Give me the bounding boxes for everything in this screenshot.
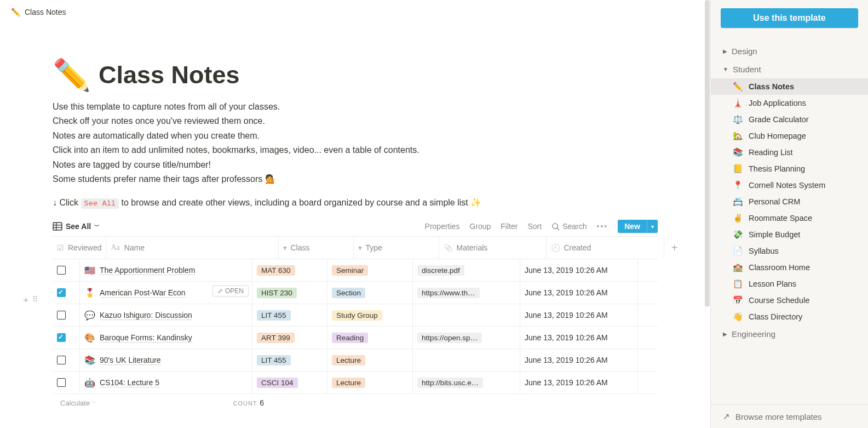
table-row[interactable]: 📚90's UK LiteratureLIT 455LectureJune 13… (53, 349, 658, 372)
reviewed-checkbox[interactable] (57, 288, 66, 297)
header-class[interactable]: ▾ Class (279, 237, 354, 259)
class-tag[interactable]: MAT 630 (257, 265, 295, 276)
table-row[interactable]: 🎖️American Post-War Econ⤢OPENHIST 230Sec… (53, 282, 658, 304)
sidebar-item-label: Cornell Notes System (749, 181, 825, 190)
add-column-button[interactable]: + (664, 242, 684, 254)
sidebar-item-label: Classroom Home (749, 263, 810, 272)
sidebar-item[interactable]: ✏️Class Notes (711, 78, 868, 95)
drag-handle-icon[interactable]: ⠿ (32, 295, 38, 306)
see-all-prefix: ↓ Click (53, 198, 81, 207)
sidebar-category[interactable]: ▶Engineering (711, 325, 868, 343)
row-handles[interactable]: + ⠿ (23, 295, 38, 306)
row-name[interactable]: Kazuo Ishiguro: Discussion (100, 311, 192, 320)
reviewed-checkbox[interactable] (57, 311, 66, 319)
class-tag[interactable]: ART 399 (257, 333, 295, 343)
sidebar-item-label: Personal CRM (749, 197, 800, 206)
open-page-button[interactable]: ⤢OPEN (212, 286, 249, 296)
sidebar-item[interactable]: 📇Personal CRM (711, 193, 868, 210)
arrow-icon: ↗ (723, 412, 730, 421)
search-button[interactable]: Search (551, 222, 587, 231)
class-tag[interactable]: CSCI 104 (257, 378, 298, 388)
header-reviewed[interactable]: ☑ Reviewed (53, 237, 106, 259)
count-label: COUNT 6 (119, 398, 292, 407)
type-tag[interactable]: Lecture (332, 378, 365, 388)
class-tag[interactable]: LIT 455 (257, 355, 291, 366)
breadcrumb-icon: ✏️ (11, 8, 20, 16)
sidebar-item[interactable]: 🏫Classroom Home (711, 259, 868, 276)
header-type[interactable]: ▾ Type (354, 237, 439, 259)
scroll-thumb[interactable] (705, 0, 710, 307)
sidebar-category[interactable]: ▶Design (711, 42, 868, 60)
sidebar-item[interactable]: ⚖️Grade Calculator (711, 111, 868, 128)
material-pill[interactable]: https://open.sp… (417, 333, 482, 343)
type-tag[interactable]: Study Group (332, 310, 382, 321)
row-name[interactable]: The Apportionment Problem (100, 266, 195, 275)
sidebar-item[interactable]: 📒Thesis Planning (711, 161, 868, 177)
more-button[interactable]: ••• (596, 222, 608, 231)
description-line: Notes are automatically dated when you c… (53, 129, 658, 143)
add-row-icon[interactable]: + (23, 295, 29, 306)
material-pill[interactable]: http://bits.usc.e… (417, 378, 483, 388)
chevron-down-icon: ﹀ (94, 222, 100, 230)
page-icon[interactable]: ✏️ (53, 57, 91, 93)
sidebar-item[interactable]: 👋Class Directory (711, 309, 868, 325)
row-name[interactable]: American Post-War Econ (100, 288, 186, 298)
reviewed-checkbox[interactable] (57, 266, 66, 275)
header-materials[interactable]: 📎 Materials (439, 237, 547, 259)
type-tag[interactable]: Lecture (332, 355, 365, 366)
table-header: ☑ Reviewed Aa Name ▾ Class ▾ Type 📎 M (53, 237, 658, 259)
type-tag[interactable]: Section (332, 288, 365, 298)
triangle-right-icon: ▶ (723, 331, 727, 337)
table-row[interactable]: 💬Kazuo Ishiguro: DiscussionLIT 455Study … (53, 304, 658, 327)
breadcrumb[interactable]: ✏️ Class Notes (0, 0, 710, 24)
material-pill[interactable]: discrete.pdf (417, 265, 464, 276)
description-line: Use this template to capture notes from … (53, 100, 658, 114)
see-all-suffix: to browse and create other views, includ… (122, 198, 482, 207)
sidebar-item-icon: 📚 (733, 147, 743, 157)
group-button[interactable]: Group (469, 222, 491, 231)
type-tag[interactable]: Seminar (332, 265, 368, 276)
sidebar-item[interactable]: ✌️Roommate Space (711, 210, 868, 226)
reviewed-checkbox[interactable] (57, 356, 66, 364)
sidebar-item[interactable]: 💸Simple Budget (711, 226, 868, 243)
calculate-button[interactable]: Calculate ﹀ (53, 399, 119, 407)
reviewed-checkbox[interactable] (57, 378, 66, 387)
triangle-right-icon: ▶ (723, 48, 727, 54)
new-button[interactable]: New ▾ (618, 220, 658, 233)
filter-button[interactable]: Filter (501, 222, 518, 231)
sidebar-item[interactable]: 📍Cornell Notes System (711, 177, 868, 193)
material-pill[interactable]: https://www.th… (417, 288, 480, 298)
type-tag[interactable]: Reading (332, 333, 368, 343)
view-picker[interactable]: See All ﹀ (53, 221, 100, 231)
table-row[interactable]: 🇺🇸The Apportionment ProblemMAT 630Semina… (53, 259, 658, 282)
sidebar-item[interactable]: 📚Reading List (711, 144, 868, 161)
header-name[interactable]: Aa Name (106, 237, 279, 259)
sidebar-item-icon: ✏️ (733, 82, 743, 92)
reviewed-checkbox[interactable] (57, 333, 66, 342)
row-name[interactable]: CS104: Lecture 5 (100, 378, 159, 387)
row-name[interactable]: Baroque Forms: Kandinsky (100, 333, 192, 343)
new-button-dropdown[interactable]: ▾ (647, 220, 658, 233)
row-name[interactable]: 90's UK Literature (100, 356, 161, 365)
sidebar-item[interactable]: 🏡Club Homepage (711, 128, 868, 144)
clock-icon: 🕘 (551, 243, 560, 252)
use-template-button[interactable]: Use this template (721, 8, 858, 28)
table-row[interactable]: 🤖CS104: Lecture 5CSCI 104Lecturehttp://b… (53, 372, 658, 394)
sidebar-item-label: Club Homepage (749, 132, 806, 140)
sidebar-category[interactable]: ▼Student (711, 60, 868, 78)
sidebar-item[interactable]: 📅Course Schedule (711, 292, 868, 309)
class-tag[interactable]: LIT 455 (257, 310, 291, 321)
browse-more-templates[interactable]: ↗ Browse more templates (711, 404, 868, 428)
sidebar-item[interactable]: 📄Syllabus (711, 243, 868, 259)
page-title[interactable]: Class Notes (99, 61, 240, 89)
sort-button[interactable]: Sort (527, 222, 542, 231)
table-row[interactable]: 🎨Baroque Forms: KandinskyART 399Readingh… (53, 327, 658, 349)
new-button-label[interactable]: New (618, 220, 647, 233)
table-footer: Calculate ﹀ COUNT 6 (53, 394, 658, 412)
properties-button[interactable]: Properties (425, 222, 460, 231)
header-created[interactable]: 🕘 Created (547, 237, 664, 259)
description-line: Notes are tagged by course title/number! (53, 158, 658, 172)
sidebar-item[interactable]: 🗼Job Applications (711, 95, 868, 111)
class-tag[interactable]: HIST 230 (257, 288, 297, 298)
sidebar-item[interactable]: 📋Lesson Plans (711, 276, 868, 292)
